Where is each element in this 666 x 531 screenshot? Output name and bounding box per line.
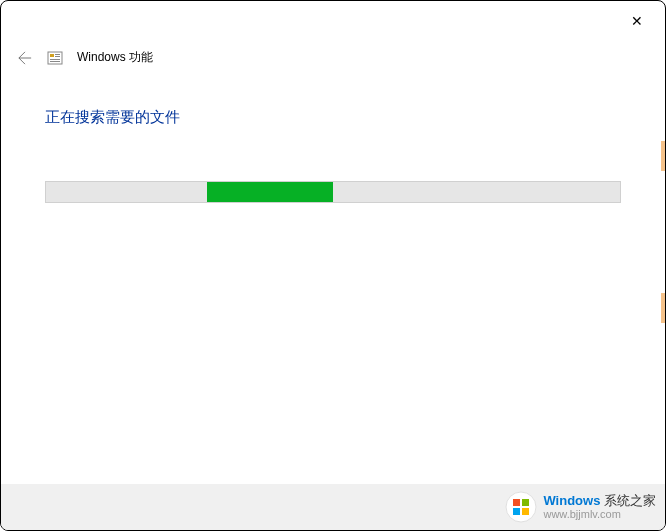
windows-logo-icon (505, 491, 537, 523)
svg-rect-9 (513, 508, 520, 515)
svg-rect-7 (513, 499, 520, 506)
dialog-header: Windows 功能 (1, 37, 665, 78)
progress-fill (207, 182, 333, 202)
side-decoration (661, 141, 666, 171)
watermark-brand: Windows (543, 493, 600, 508)
close-icon: ✕ (631, 13, 643, 29)
dialog-content: 正在搜索需要的文件 (1, 78, 665, 233)
side-decoration (661, 293, 666, 323)
status-message: 正在搜索需要的文件 (45, 108, 621, 127)
svg-rect-3 (55, 56, 60, 57)
dialog-title: Windows 功能 (77, 49, 153, 66)
close-button[interactable]: ✕ (629, 13, 645, 29)
svg-rect-10 (522, 508, 529, 515)
svg-point-6 (506, 492, 536, 522)
watermark-url: www.bjjmlv.com (543, 508, 656, 521)
svg-rect-8 (522, 499, 529, 506)
back-arrow-icon (18, 51, 32, 65)
back-button[interactable] (17, 50, 33, 66)
watermark: Windows 系统之家 www.bjjmlv.com (505, 491, 656, 523)
watermark-tag: 系统之家 (600, 493, 656, 508)
svg-rect-2 (55, 54, 60, 55)
progress-bar (45, 181, 621, 203)
dialog-window: ✕ Windows 功能 正在搜索需要的文件 (0, 0, 666, 531)
windows-features-icon (47, 50, 63, 66)
svg-rect-4 (50, 59, 60, 60)
svg-rect-1 (50, 54, 54, 57)
watermark-text: Windows 系统之家 www.bjjmlv.com (543, 493, 656, 522)
svg-rect-0 (48, 52, 62, 64)
svg-rect-5 (50, 61, 60, 62)
